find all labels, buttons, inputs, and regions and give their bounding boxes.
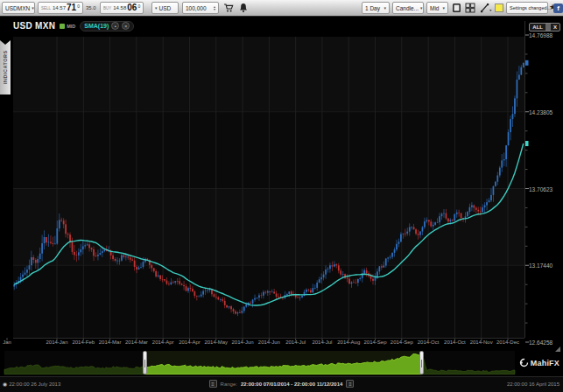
price-mode-dropdown[interactable]: Mid ▾ (426, 2, 448, 14)
sma-remove-icon[interactable]: × (122, 22, 130, 30)
chevron-down-icon: ▾ (442, 5, 445, 10)
facebook-icon[interactable]: f (553, 4, 563, 13)
chevron-down-icon: ▾ (420, 5, 423, 10)
x-axis-label: 2014-Mar (99, 340, 122, 345)
trading-app-window: USDMXN ▾ SELL 14.57 71 0 35.0 BUY 14.58 … (0, 0, 563, 392)
indicators-tab[interactable]: INDICATORS (0, 40, 11, 94)
draw-tool-button[interactable] (479, 2, 493, 14)
amount-stepper[interactable]: 100,000 ▴ ▾ (182, 2, 219, 14)
x-axis-label: 2014-Sep (364, 340, 387, 345)
chart-panel-icon (452, 3, 461, 13)
chart-type-dropdown[interactable]: Candle... ▾ (392, 2, 424, 14)
mahifx-logo-icon (519, 358, 529, 368)
buy-price-big: 06 (127, 4, 137, 12)
x-axis-label: 2014-Jan (46, 340, 67, 345)
sma-settings-icon[interactable]: • (111, 22, 119, 30)
y-axis-label: 13.70623 (529, 186, 552, 192)
multi-chart-icon (465, 3, 475, 13)
close-icon[interactable]: X (551, 24, 559, 30)
buy-price-small: 14.58 (113, 5, 126, 10)
sell-button[interactable]: SELL 14.57 71 0 (38, 2, 83, 14)
pair-label: USDMXN (5, 5, 30, 11)
y-axis-label: 13.17440 (529, 262, 552, 269)
bell-icon (239, 3, 248, 13)
all-range-button[interactable]: ALL X (529, 23, 560, 32)
x-axis-label: 2014-Apr (152, 340, 174, 345)
x-axis-label: 2014-Oct (444, 340, 466, 345)
range-options-left-icon[interactable]: ≡ (209, 380, 217, 388)
period-dropdown[interactable]: 1 Day ▾ (362, 2, 390, 14)
order-cart-button[interactable] (222, 2, 235, 14)
currency-dropdown[interactable]: ▾ USD (151, 2, 179, 14)
range-value: 22:00:00 07/01/2014 - 22:00:00 11/12/201… (241, 382, 342, 387)
mid-dot-icon (60, 24, 65, 29)
pair-selector[interactable]: USDMXN ▾ (2, 2, 35, 14)
symbol-title: USD MXN (13, 21, 55, 31)
settings-dropdown[interactable]: Settings changed... ▾ (506, 2, 548, 14)
chevron-down-icon: ▾ (155, 5, 158, 10)
cart-icon (223, 3, 234, 13)
sell-label: SELL (41, 6, 51, 10)
brand-name: MahiFX (531, 359, 559, 368)
y-axis-label: 12.64258 (529, 340, 552, 346)
end-time-label: 22:00:00 16 April 2015 (507, 382, 559, 387)
x-axis-label: 2014-Apr (179, 340, 201, 345)
all-label: ALL (530, 24, 545, 30)
period-label: 1 Day (365, 5, 380, 11)
range-label: Range: (221, 382, 237, 387)
x-axis-label: 2014-Aug (337, 340, 360, 345)
navigator-left-handle[interactable] (143, 351, 147, 374)
top-toolbar: USDMXN ▾ SELL 14.57 71 0 35.0 BUY 14.58 … (0, 0, 563, 17)
chevron-down-icon: ▾ (384, 5, 386, 10)
buy-label: BUY (103, 6, 111, 10)
x-axis-label: 2014-Jul (285, 340, 306, 345)
currency-label: USD (159, 5, 172, 11)
y-axis-label: 14.76988 (529, 32, 552, 38)
spread-value: 35.0 (86, 5, 96, 10)
color-swatch-button[interactable] (495, 4, 503, 12)
chart-plot-area[interactable] (13, 37, 524, 338)
buy-button[interactable]: BUY 14.58 06 0 (100, 2, 144, 14)
x-axis-label: 2014-Feb (72, 340, 95, 345)
chart-type-label: Candle... (396, 5, 419, 11)
mid-badge-label: MID (67, 24, 75, 29)
trendline-tool-icon (480, 3, 492, 13)
range-display: ≡ Range: 22:00:00 07/01/2014 - 22:00:00 … (0, 380, 563, 388)
x-axis-label: 2014-May (204, 340, 228, 345)
sma-price-marker (525, 141, 529, 146)
last-price-marker (525, 60, 529, 66)
x-axis-label: 2014-Jun (258, 340, 280, 345)
sell-price-sup: 0 (77, 4, 80, 9)
status-bar: ◉ 22:00:00 26 July 2013 ≡ Range: 22:00:0… (0, 376, 563, 392)
amount-value: 100,000 (186, 5, 207, 11)
price-chart-svg (0, 0, 563, 392)
settings-label: Settings changed... (510, 5, 551, 10)
price-mode-label: Mid (430, 5, 439, 11)
alerts-button[interactable] (238, 2, 249, 14)
x-axis-label: 2014-Oct (418, 340, 440, 345)
spin-down-icon[interactable]: ▾ (214, 8, 215, 11)
x-axis-label: 2014-Dec (496, 340, 519, 345)
single-chart-view-button[interactable] (451, 2, 462, 14)
x-axis-label: 2014-Jun (232, 340, 254, 345)
sell-price-big: 71 (67, 4, 76, 12)
navigator-right-handle[interactable] (419, 351, 424, 374)
price-mode-badge: MID (60, 24, 75, 29)
chart-header: USD MXN MID SMA(19) • × (13, 19, 134, 32)
sma-label: SMA(19) (84, 23, 109, 29)
x-axis-label: 2014-Jul (312, 340, 332, 345)
range-options-right-icon[interactable]: ≡ (346, 380, 354, 388)
sell-price-small: 14.57 (53, 5, 66, 10)
y-axis-label: 14.23805 (529, 109, 552, 116)
x-axis-label: 2014-Nov (470, 340, 493, 345)
chevron-down-icon: ▾ (32, 5, 34, 10)
resize-handle-icon[interactable] (555, 346, 560, 352)
sma-indicator-pill[interactable]: SMA(19) • × (80, 21, 134, 32)
x-axis-label: 2014-Sep (391, 340, 413, 345)
x-axis-label: Jan (3, 340, 11, 345)
brand-logo: MahiFX (519, 358, 559, 368)
stepper-arrows-icon[interactable]: ▴ ▾ (214, 5, 215, 11)
buy-price-sup: 0 (137, 4, 140, 9)
multi-chart-view-button[interactable] (464, 2, 476, 14)
range-end-timestamp: 22:00:00 16 April 2015 (507, 382, 559, 387)
